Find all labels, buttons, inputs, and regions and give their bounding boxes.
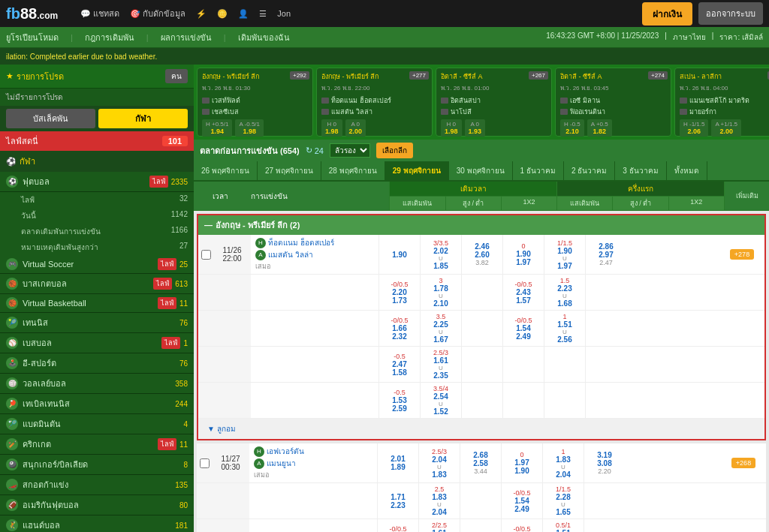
sidebar-item-basketball[interactable]: 🏀 บาสเกตบอล ไลฟ์ 613 [0, 274, 194, 294]
banner-badge-1: +277 [409, 71, 429, 80]
sidebar-item-cricket[interactable]: 🏏 คริกเกต ไลฟ์ 11 [0, 434, 194, 455]
balance-section: บัสเล็คพัน กัฬา [0, 106, 194, 131]
r4-fh-1x2 [461, 347, 502, 382]
nav-icon-menu: ☰ [259, 9, 267, 19]
sidebar-item-american-football[interactable]: 🏈 อเมริกันฟุตบอล 80 [0, 495, 194, 515]
sidebar-item-handball[interactable]: 🤾 แฮนด์บอล 181 [0, 515, 194, 532]
cricket-live-badge: ไลฟ์ [158, 438, 176, 450]
col-match-label: การแข่งขัน [246, 182, 389, 210]
everton-checkbox[interactable] [200, 458, 210, 468]
date-tabs: 26 พฤศจิกายน 27 พฤศจิกายน 28 พฤศจิกายน 2… [194, 161, 769, 182]
r2-sh-ah: -0/0.5 2.43 1.57 [502, 275, 544, 310]
nav-icon-user: 👤 [238, 9, 249, 19]
sh-1x2-cell-1: 2.86 2.97 2.47 [585, 235, 626, 274]
everton-row-1: 11/27 00:30 H เอฟเวอร์ตัน A แมนยูนา เสมอ [197, 443, 766, 483]
logout-button[interactable]: ออกจากระบบ [698, 2, 763, 25]
ev2-fh-1x2 [460, 483, 501, 518]
sidebar: ★ รายการโปรด คน ไม่มีรายการโปรด บัสเล็คพ… [0, 65, 194, 532]
date-tab-5[interactable]: 1 ธันวาคม [513, 161, 564, 180]
esports-label: อี-สปอร์ต [23, 356, 179, 370]
nav-trap[interactable]: 🎯 กับดักข้อมูล [130, 7, 185, 20]
promo-label: รายการโปรด [17, 70, 64, 83]
sidebar-item-live[interactable]: ไลฟ์ 32 [0, 192, 194, 208]
promo-button[interactable]: คน [165, 69, 188, 83]
everton-more-button[interactable]: +268 [731, 458, 755, 468]
date-tab-7[interactable]: 3 ธันวาคม [615, 161, 666, 180]
sidebar-item-snooker[interactable]: 🎱 สนุกเกอร์/บิลเลียด 8 [0, 455, 194, 475]
secondary-navigation: ยูโรเปียนโหมด | กฎการเดิมพัน | ผลการแข่ง… [0, 27, 769, 48]
league-row-0: — อังกฤษ - พรีเมียร์ ลีก (2) [198, 215, 764, 235]
ev2-sh-ah: -0/0.5 1.54 2.49 [501, 483, 542, 518]
topup-button[interactable]: กัฬา [98, 109, 188, 128]
date-tab-2[interactable]: 28 พฤศจิกายน [321, 161, 385, 180]
date-tab-6[interactable]: 2 ธันวาคม [564, 161, 615, 180]
ev3-sh-1x2 [584, 519, 625, 532]
sidebar-item-market[interactable]: ตลาดเดิมพันการแข่งขัน 1166 [0, 224, 194, 239]
banner-odds-3: H -0.52.10 A +0.51.82 [560, 119, 666, 137]
banner-date-3: พ.ว. 26 พ.ย. 03:45 [560, 83, 666, 93]
basketball-count: 613 [175, 280, 188, 288]
nav-chat[interactable]: 💬 แชทสด [80, 7, 119, 20]
team1-name[interactable]: ท็อตแนม ฮ็อตสเปอร์ [268, 237, 334, 248]
date-tab-3[interactable]: 29 พฤศจิกายน [385, 161, 449, 180]
baseball-count: 1 [183, 339, 188, 347]
expand-button[interactable]: ▼ ลูกอม [204, 422, 239, 436]
everton-more: +268 [721, 443, 766, 482]
sidebar-item-tennis[interactable]: 🎾 เทนนิส 76 [0, 313, 194, 333]
date-tab-0[interactable]: 26 พฤศจิกายน [194, 161, 258, 180]
ev-sh-ou: 1 1.83 U 2.04 [542, 443, 584, 482]
marquee-text: ilation: Completed earlier due to bad we… [6, 53, 157, 61]
balance-button[interactable]: บัสเล็คพัน [6, 109, 95, 128]
team2-name[interactable]: แมสตัน วิลล่า [268, 249, 313, 260]
sidebar-item-volleyball[interactable]: 🏐 วอลเลย์บอล 358 [0, 374, 194, 394]
sidebar-item-badminton[interactable]: 🏸 แบดมินตัน 4 [0, 414, 194, 434]
nav-my-bets[interactable]: เดิมพันของฉัน [238, 31, 290, 44]
date-tab-all[interactable]: ทั้งหมด [667, 161, 707, 180]
banner-card-1: +277 อังกฤษ - พรีเมียร์ ลีก พ.ว. 26 พ.ย.… [316, 68, 433, 137]
odds-type[interactable]: ราคา: เส้มิลล์ [719, 32, 763, 43]
sidebar-item-esports[interactable]: 🕹️ อี-สปอร์ต 76 [0, 353, 194, 374]
sidebar-item-football[interactable]: ⚽ ฟุตบอล ไลฟ์ 2335 [0, 172, 194, 192]
time-cell-1: 11/26 22:00 [213, 235, 251, 274]
refresh-button[interactable]: ↻ 24 [306, 146, 324, 155]
date-tab-4[interactable]: 30 พฤศจิกายน [449, 161, 513, 180]
live-dropdown[interactable]: ลัวรอง [330, 143, 370, 158]
everton-team2-name[interactable]: แมนยูนา [267, 458, 296, 469]
everton-team1-name[interactable]: เอฟเวอร์ตัน [267, 446, 304, 457]
ev-sub-odds-3: -0/0.5 2.35 1.64 2/2.5 1.61 U 2.35 -0 [377, 519, 721, 532]
sub-col-0: แสเดิมพัน [389, 197, 445, 210]
deposit-button[interactable]: ฝากเงิน [642, 2, 692, 26]
banner-teams-2: อิตสันสปา นาโปลี [441, 95, 547, 117]
sidebar-item-virtual-soccer[interactable]: 🎮 Virtual Soccer ไลฟ์ 25 [0, 255, 194, 274]
second-half-label: ครึ่งแรก [556, 182, 724, 196]
sidebar-item-table-tennis[interactable]: 🏓 เทเบิลเทนนิส 244 [0, 394, 194, 414]
sidebar-item-racing[interactable]: 🏎️ สกอตก้าแข่ง 135 [0, 475, 194, 495]
sidebar-item-virtual-basketball[interactable]: 🏀 Virtual Basketball ไลฟ์ 11 [0, 294, 194, 313]
r3-fh-ou: 3.5 2.25 U 1.67 [420, 311, 461, 346]
sidebar-item-top[interactable]: หมายเหตุเดิมพันสูงกว่า 27 [0, 239, 194, 255]
sub-col-3: แสเดิมพัน [556, 197, 612, 210]
checkbox-cell-1 [198, 235, 213, 274]
select-league-button[interactable]: เลือกลีก [376, 143, 413, 158]
r4-fh-ah: -0.5 2.47 1.58 [378, 347, 420, 382]
ev2-sh-1x2 [584, 483, 625, 518]
more-odds-button-1[interactable]: +278 [730, 249, 754, 260]
racing-label: สกอตก้าแข่ง [23, 478, 175, 491]
sidebar-item-today[interactable]: วันนี้ 1142 [0, 208, 194, 224]
sidebar-item-baseball[interactable]: ⚾ เบสบอล ไลฟ์ 1 [0, 333, 194, 353]
lang-selector[interactable]: ภาษาไทย [673, 32, 706, 43]
sub-odds-4: -0.5 2.47 1.58 2.5/3 1.61 U 2.35 [378, 347, 719, 382]
banner-card-2: +267 อิตาลี - ซีรีส์ A พ.ว. 26 พ.ย. 01:0… [436, 68, 552, 137]
match-checkbox-1[interactable] [201, 250, 211, 260]
nav-betting-rules[interactable]: กฎการเดิมพัน [85, 31, 134, 44]
banner-teams-0: เวสท์ฟิลด์ เชลซีเบส [202, 95, 308, 117]
nav-euro-mode[interactable]: ยูโรเปียนโหมด [6, 31, 59, 44]
nav-results[interactable]: ผลการแข่งขัน [161, 31, 212, 44]
handball-count: 181 [175, 521, 188, 530]
virtual-soccer-icon: 🎮 [6, 258, 18, 270]
date-tab-1[interactable]: 27 พฤศจิกายน [258, 161, 321, 180]
sub-odds-5: -0.5 1.53 2.59 3.5/4 2.54 U 1.52 [378, 383, 719, 418]
sub-odds-2: -0/0.5 2.20 1.73 3 1.78 U 2.10 -0/0.5 [378, 275, 719, 310]
draw-label: เสมอ [255, 261, 374, 272]
ev-sh-1x2: 3.19 3.08 2.20 [584, 443, 625, 482]
